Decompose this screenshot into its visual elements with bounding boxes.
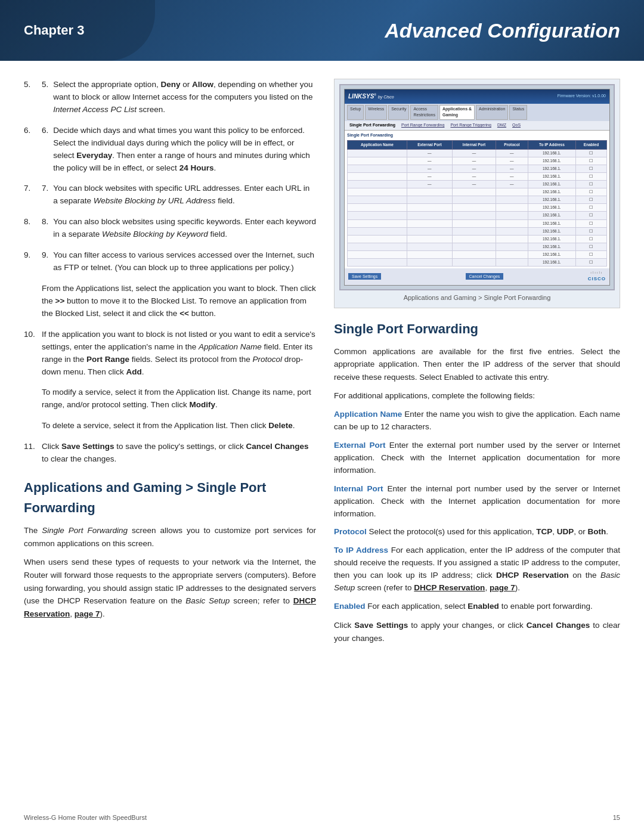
apps-gaming-heading: Applications and Gaming > Single PortFor… bbox=[24, 478, 316, 518]
subtab-port-range[interactable]: Port Range Forwarding bbox=[399, 122, 447, 129]
list-item-8: 8. You can also block websites using spe… bbox=[24, 216, 316, 241]
subtab-dmz[interactable]: DMZ bbox=[495, 122, 509, 129]
list-number-7: 7. bbox=[42, 182, 48, 195]
nav-status[interactable]: Status bbox=[509, 105, 527, 120]
col-to-ip: To IP Address bbox=[528, 140, 575, 149]
col-ext-port: External Port bbox=[407, 140, 452, 149]
table-row: 192.168.1.☐ bbox=[348, 196, 607, 204]
screenshot-box: LINKSYS® by Cisco Firmware Version: v1.0… bbox=[334, 79, 620, 308]
page7-link[interactable]: page 7 bbox=[75, 609, 100, 618]
sub-para-1: From the Applications list, select the a… bbox=[42, 283, 316, 320]
list-number-5: 5. bbox=[42, 79, 48, 91]
table-row: 192.168.1.☐ bbox=[348, 219, 607, 227]
router-nav: Setup Wireless Security AccessRestrictio… bbox=[345, 104, 609, 122]
field-app-name: Application Name Enter the name you wish… bbox=[334, 408, 620, 433]
field-to-ip: To IP Address For each application, ente… bbox=[334, 544, 620, 594]
list-text-5: Select the appropriate option, Deny or A… bbox=[53, 79, 316, 116]
field-ext-port: External Port Enter the external port nu… bbox=[334, 439, 620, 477]
table-row: 192.168.1.☐ bbox=[348, 204, 607, 212]
field-name-toip: To IP Address bbox=[334, 546, 391, 555]
screenshot-caption: Applications and Gaming > Single Port Fo… bbox=[404, 293, 551, 303]
page-header: Chapter 3 Advanced Configuration bbox=[0, 0, 644, 61]
nav-setup[interactable]: Setup bbox=[347, 105, 364, 120]
footer-page-number: 15 bbox=[613, 814, 620, 821]
router-footer: Save Settings Cancel Changes ılıılı CISC… bbox=[345, 268, 609, 285]
nav-access[interactable]: AccessRestrictions bbox=[410, 105, 438, 120]
router-table-area: Single Port Forwarding Application Name … bbox=[345, 131, 609, 268]
router-ui: LINKSYS® by Cisco Firmware Version: v1.0… bbox=[344, 89, 610, 286]
page-title: Advanced Configuration bbox=[385, 19, 620, 42]
nav-apps-gaming[interactable]: Applications &Gaming bbox=[439, 105, 475, 120]
field-int-port: Internal Port Enter the internal port nu… bbox=[334, 483, 620, 521]
list-text-7: You can block websites with specific URL… bbox=[53, 182, 316, 208]
table-row: ———192.168.1.☐ bbox=[348, 181, 607, 188]
field-name-protocol: Protocol bbox=[334, 527, 369, 536]
list-item-6: 6. Decide which days and what times you … bbox=[24, 125, 316, 175]
col-protocol: Protocol bbox=[496, 140, 528, 149]
main-content: 5. Select the appropriate option, Deny o… bbox=[0, 61, 644, 668]
table-row: 192.168.1.☐ bbox=[348, 227, 607, 235]
list-item-7: 7. You can block websites with specific … bbox=[24, 182, 316, 208]
sub-para-3: To delete a service, select it from the … bbox=[42, 420, 316, 432]
table-row: 192.168.1.☐ bbox=[348, 243, 607, 250]
dhcp-reservation-link[interactable]: DHCP Reservation bbox=[24, 596, 316, 618]
right-column: LINKSYS® by Cisco Firmware Version: v1.0… bbox=[334, 79, 620, 651]
numbered-list: 5. Select the appropriate option, Deny o… bbox=[24, 79, 316, 274]
table-row: 192.168.1.☐ bbox=[348, 250, 607, 258]
save-settings-btn[interactable]: Save Settings bbox=[348, 273, 381, 280]
table-row: 192.168.1.☐ bbox=[348, 212, 607, 219]
table-row: ———192.168.1.☐ bbox=[348, 149, 607, 157]
field-protocol: Protocol Select the protocol(s) used for… bbox=[334, 526, 620, 538]
section-intro-1: The Single Port Forwarding screen allows… bbox=[24, 524, 316, 550]
page-footer: Wireless-G Home Router with SpeedBurst 1… bbox=[24, 814, 620, 821]
table-row: 192.168.1.☐ bbox=[348, 258, 607, 266]
list-number-6: 6. bbox=[42, 125, 48, 137]
footer-product: Wireless-G Home Router with SpeedBurst bbox=[24, 814, 147, 821]
list-text-8: You can also block websites using specif… bbox=[53, 216, 316, 241]
list-item-9: 9. You can filter access to various serv… bbox=[24, 249, 316, 274]
page7-link-right[interactable]: page 7 bbox=[490, 583, 515, 592]
table-row: ———192.168.1.☐ bbox=[348, 165, 607, 173]
list-item-11: 11. Click Save Settings to save the poli… bbox=[24, 441, 316, 466]
field-name-int: Internal Port bbox=[334, 484, 387, 493]
list-item-5: 5. Select the appropriate option, Deny o… bbox=[24, 79, 316, 116]
router-header: LINKSYS® by Cisco Firmware Version: v1.0… bbox=[345, 89, 609, 104]
cancel-changes-btn[interactable]: Cancel Changes bbox=[466, 273, 504, 280]
col-enabled: Enabled bbox=[575, 140, 606, 149]
list-text-11: Click Save Settings to save the policy's… bbox=[42, 441, 316, 466]
left-column: 5. Select the appropriate option, Deny o… bbox=[24, 79, 316, 651]
list-number-11: 11. bbox=[24, 441, 37, 466]
field-name-ext: External Port bbox=[334, 441, 389, 450]
port-forwarding-table: Application Name External Port Internal … bbox=[347, 140, 607, 267]
subtab-single-port[interactable]: Single Port Forwarding bbox=[347, 122, 398, 129]
nav-administration[interactable]: Administration bbox=[476, 105, 508, 120]
nav-wireless[interactable]: Wireless bbox=[365, 105, 387, 120]
list-item-10: 10. If the application you want to block… bbox=[24, 329, 316, 379]
chapter-label: Chapter 3 bbox=[24, 23, 84, 38]
router-screenshot: LINKSYS® by Cisco Firmware Version: v1.0… bbox=[339, 84, 615, 290]
field-name-enabled: Enabled bbox=[334, 602, 367, 611]
list-number-8: 8. bbox=[42, 216, 48, 228]
col-app-name: Application Name bbox=[348, 140, 407, 149]
subtab-qos[interactable]: QoS bbox=[510, 122, 523, 129]
list-text-6: Decide which days and what times you wan… bbox=[53, 125, 316, 175]
spf-intro: Common applications are available for th… bbox=[334, 345, 620, 384]
nav-security[interactable]: Security bbox=[388, 105, 409, 120]
field-name-app: Application Name bbox=[334, 410, 404, 419]
table-row: 192.168.1.☐ bbox=[348, 188, 607, 196]
dhcp-link-right[interactable]: DHCP Reservation bbox=[414, 583, 485, 592]
cisco-logo: CISCO bbox=[588, 275, 606, 283]
subtab-port-trigger[interactable]: Port Range Triggering bbox=[448, 122, 493, 129]
table-row: 192.168.1.☐ bbox=[348, 235, 607, 243]
list-text-10: If the application you want to block is … bbox=[42, 329, 316, 379]
linksys-logo: LINKSYS® by Cisco bbox=[348, 92, 394, 101]
closing-para: Click Save Settings to apply your change… bbox=[334, 619, 620, 645]
section-intro-2: When users send these types of requests … bbox=[24, 556, 316, 620]
table-title: Single Port Forwarding bbox=[347, 132, 607, 139]
table-row: ———192.168.1.☐ bbox=[348, 173, 607, 181]
table-row: ———192.168.1.☐ bbox=[348, 157, 607, 165]
field-enabled: Enabled For each application, select Ena… bbox=[334, 600, 620, 613]
col-int-port: Internal Port bbox=[453, 140, 496, 149]
router-subtabs: Single Port Forwarding Port Range Forwar… bbox=[345, 121, 609, 131]
list-text-9: You can filter access to various service… bbox=[53, 249, 316, 274]
